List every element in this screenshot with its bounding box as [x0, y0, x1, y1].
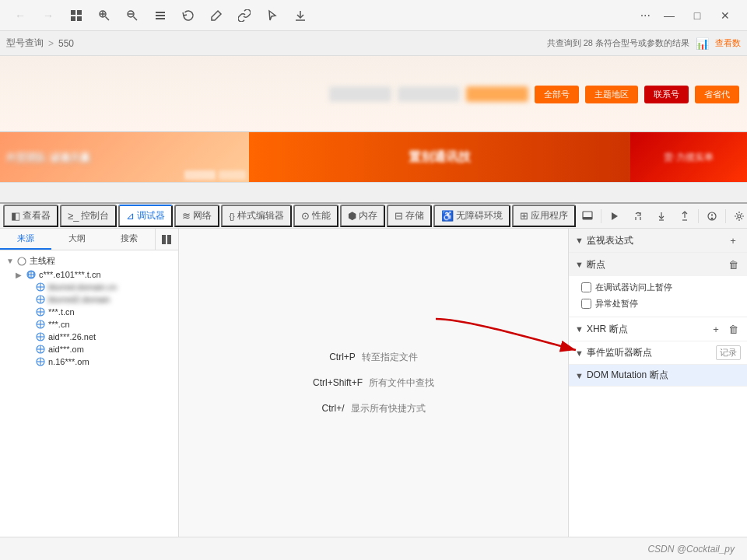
download-button[interactable] — [289, 5, 311, 26]
toolbar-divider3 — [725, 209, 726, 223]
devtools-resume-button[interactable] — [605, 206, 625, 226]
a11y-label: 无障碍环境 — [456, 209, 503, 222]
storage-label: 存储 — [405, 209, 424, 222]
breakpoints-chevron: ▼ — [575, 260, 584, 269]
stats-icon: 📊 — [696, 37, 709, 50]
tree-item-0[interactable]: ▶ c***.e101***.t.cn — [0, 268, 178, 281]
sources-tab-outline[interactable]: 大纲 — [51, 229, 103, 250]
zoom-out-button[interactable] — [121, 5, 143, 26]
watch-add-button[interactable]: + — [725, 233, 741, 248]
tab-accessibility[interactable]: ♿ 无障碍环境 — [433, 205, 510, 227]
memory-label: 内存 — [359, 209, 377, 222]
dom-mutation-section[interactable]: ▼ DOM Mutation 断点 — [569, 365, 747, 387]
ad-left: 外贸团队 诚邀共赢 — [0, 132, 249, 183]
window-close-button[interactable]: ✕ — [713, 5, 738, 26]
full-number-btn[interactable]: 全部号 — [535, 86, 579, 103]
forward-button[interactable]: → — [37, 5, 59, 26]
pause-on-exceptions-row: 在调试器访问上暂停 — [581, 279, 741, 296]
sources-tab-sources[interactable]: 来源 — [0, 229, 51, 250]
sources-tab-search[interactable]: 搜索 — [103, 229, 155, 250]
xhr-breakpoints-section[interactable]: ▼ XHR 断点 + 🗑 — [569, 317, 747, 341]
watch-actions: + — [725, 233, 741, 248]
tab-performance[interactable]: ⊙ 性能 — [293, 205, 338, 227]
editor-toggle[interactable] — [155, 229, 178, 250]
tab-application[interactable]: ⊞ 应用程序 — [512, 205, 576, 227]
tree-item-6[interactable]: aid***.om — [0, 343, 178, 355]
tree-item-4[interactable]: ***.cn — [0, 318, 178, 331]
devtools-step-in-button[interactable] — [651, 206, 672, 226]
edit-button[interactable] — [205, 5, 227, 26]
window-minimize-button[interactable]: — — [657, 5, 682, 26]
blurred-img3 — [466, 86, 528, 102]
link-button[interactable] — [233, 5, 255, 26]
zoom-in-button[interactable] — [93, 5, 115, 26]
network-label: 网络 — [193, 209, 212, 222]
hint-1: Ctrl+P 转至指定文件 — [329, 351, 418, 364]
pause-on-caught-checkbox[interactable] — [581, 299, 591, 309]
breadcrumb-type: 型号查询 — [6, 37, 44, 50]
tree-item-3[interactable]: ***.t.cn — [0, 306, 178, 318]
devtools-step-out-button[interactable] — [675, 206, 695, 226]
grid-button[interactable] — [65, 5, 87, 26]
search-result-text: 共查询到 28 条符合型号或参数的结果 — [547, 37, 689, 49]
svg-line-32 — [22, 261, 24, 264]
tab-inspector[interactable]: ◧ 查看器 — [3, 205, 58, 227]
thread-header[interactable]: ▼ 主线程 — [0, 254, 178, 268]
back-button[interactable]: ← — [9, 5, 31, 26]
tree-item-7[interactable]: n.16***.om — [0, 355, 178, 368]
svg-rect-0 — [71, 10, 75, 15]
pause-on-exceptions-checkbox[interactable] — [581, 282, 591, 292]
ad-banners: 外贸团队 诚邀共赢 置别通讯技 货·力揽实单 — [0, 132, 747, 183]
style-icon: {} — [229, 212, 234, 221]
devtools-breakpoints-button[interactable] — [702, 206, 722, 226]
svg-rect-11 — [156, 15, 165, 16]
refresh-button[interactable] — [177, 5, 199, 26]
xhr-actions: + 🗑 — [708, 321, 741, 337]
breakpoints-header[interactable]: ▼ 断点 🗑 — [569, 253, 747, 276]
region-btn[interactable]: 主题地区 — [585, 86, 638, 103]
devtools-step-over-button[interactable] — [628, 206, 648, 226]
minimize-icon-button[interactable] — [149, 5, 171, 26]
toolbar-divider — [601, 209, 601, 223]
devtools-settings-button[interactable] — [729, 206, 747, 226]
devtools-dock-button[interactable] — [577, 206, 598, 226]
xhr-add-button[interactable]: + — [708, 321, 724, 337]
xhr-delete-button[interactable]: 🗑 — [725, 321, 741, 337]
tab-memory[interactable]: ⬢ 内存 — [340, 205, 385, 227]
stats-link[interactable]: 查看数 — [715, 37, 741, 49]
devtools-toolbar-right: ⋮ — [577, 206, 747, 226]
agent-btn[interactable]: 省省代 — [695, 86, 739, 103]
svg-rect-13 — [156, 18, 165, 19]
xhr-title: XHR 断点 — [587, 323, 705, 336]
tree-item-5[interactable]: aid***.26.net — [0, 331, 178, 343]
window-maximize-button[interactable]: □ — [685, 5, 710, 26]
ad-middle: 置别通讯技 — [249, 132, 630, 183]
tab-storage[interactable]: ⊟ 存储 — [387, 205, 432, 227]
more-button[interactable]: ··· — [634, 9, 657, 23]
tree-item-2[interactable]: blurred2.domain — [0, 293, 178, 306]
watch-expressions-header[interactable]: ▼ 监视表达式 + — [569, 229, 747, 252]
pause-on-caught-row: 异常处暂停 — [581, 296, 741, 312]
cursor-button[interactable] — [261, 5, 283, 26]
tab-style-editor[interactable]: {} 样式编辑器 — [221, 205, 291, 227]
contact-btn[interactable]: 联系号 — [644, 86, 689, 103]
svg-line-5 — [106, 16, 110, 20]
tab-console[interactable]: ≥_ 控制台 — [60, 205, 117, 227]
record-toggle[interactable]: 记录 — [716, 345, 741, 360]
svg-rect-1 — [77, 10, 82, 15]
event-chevron: ▼ — [575, 348, 584, 358]
tree-item-1[interactable]: blurred.domain.cn — [0, 281, 178, 293]
tab-network[interactable]: ≋ 网络 — [174, 205, 219, 227]
pause-on-caught-label: 异常处暂停 — [595, 298, 638, 310]
event-actions: 记录 — [716, 345, 741, 360]
tree-label-0: c***.e101***.t.cn — [39, 270, 101, 279]
console-label: 控制台 — [81, 209, 109, 222]
svg-marker-17 — [612, 212, 618, 220]
style-label: 样式编辑器 — [237, 209, 284, 222]
event-listener-section[interactable]: ▼ 事件监听器断点 记录 — [569, 341, 747, 365]
breakpoints-delete-button[interactable]: 🗑 — [725, 257, 741, 272]
tree-label-4: ***.cn — [48, 320, 70, 329]
tab-debugger[interactable]: ⊿ 调试器 — [118, 205, 173, 227]
watch-expressions-section: ▼ 监视表达式 + — [569, 229, 747, 253]
watch-expressions-title: 监视表达式 — [587, 234, 722, 247]
